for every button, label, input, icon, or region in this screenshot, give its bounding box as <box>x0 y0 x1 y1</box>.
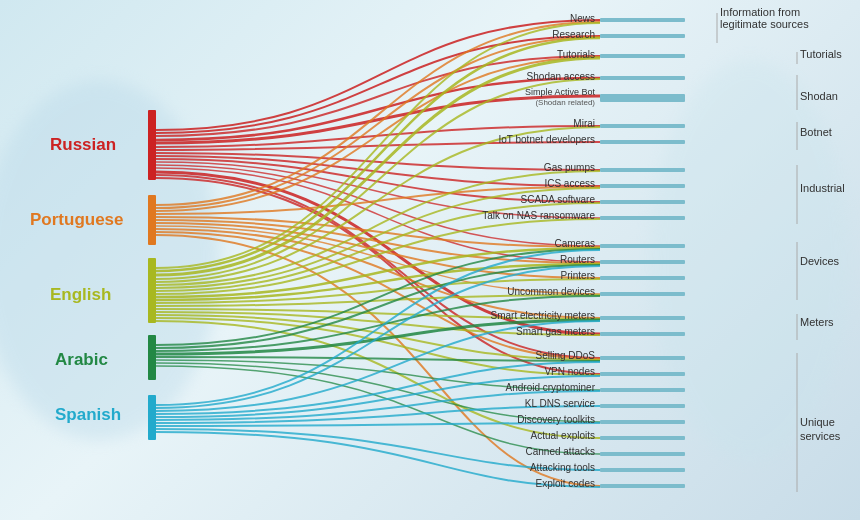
svg-text:Botnet: Botnet <box>800 126 832 138</box>
svg-text:Uncommon devices: Uncommon devices <box>507 286 595 297</box>
svg-rect-4 <box>600 54 685 58</box>
svg-text:News: News <box>570 13 595 24</box>
arabic-label: Arabic <box>55 350 108 369</box>
svg-text:ICS access: ICS access <box>544 178 595 189</box>
svg-rect-15 <box>600 276 685 280</box>
svg-text:Actual exploits: Actual exploits <box>531 430 595 441</box>
svg-rect-32 <box>148 395 156 440</box>
svg-text:Smart electricity meters: Smart electricity meters <box>491 310 595 321</box>
svg-text:Shodan: Shodan <box>800 90 838 102</box>
chart-container: Russian Portuguese English Arabic Spanis… <box>0 0 860 520</box>
english-label: English <box>50 285 111 304</box>
svg-text:Selling DDoS: Selling DDoS <box>536 350 596 361</box>
svg-text:IoT botnet developers: IoT botnet developers <box>498 134 595 145</box>
svg-point-0 <box>0 80 220 440</box>
svg-rect-25 <box>600 452 685 456</box>
svg-text:Tutorials: Tutorials <box>800 48 842 60</box>
svg-text:Research: Research <box>552 29 595 40</box>
svg-text:Industrial: Industrial <box>800 182 845 194</box>
svg-rect-16 <box>600 292 685 296</box>
svg-text:Smart gas meters: Smart gas meters <box>516 326 595 337</box>
svg-rect-6 <box>600 94 685 102</box>
svg-rect-12 <box>600 216 685 220</box>
svg-rect-10 <box>600 184 685 188</box>
svg-rect-5 <box>600 76 685 80</box>
svg-text:Gas pumps: Gas pumps <box>544 162 595 173</box>
svg-text:Shodan access: Shodan access <box>527 71 595 82</box>
svg-text:Devices: Devices <box>800 255 840 267</box>
svg-text:Simple Active Bot: Simple Active Bot <box>525 87 596 97</box>
svg-rect-3 <box>600 34 685 38</box>
svg-text:Unique: Unique <box>800 416 835 428</box>
svg-text:Cameras: Cameras <box>554 238 595 249</box>
svg-rect-2 <box>600 18 685 22</box>
svg-rect-24 <box>600 436 685 440</box>
svg-rect-18 <box>600 332 685 336</box>
svg-text:Talk on NAS ransomware: Talk on NAS ransomware <box>482 210 595 221</box>
portuguese-label: Portuguese <box>30 210 124 229</box>
russian-label: Russian <box>50 135 116 154</box>
svg-text:Meters: Meters <box>800 316 834 328</box>
svg-text:Tutorials: Tutorials <box>557 49 595 60</box>
svg-rect-28 <box>148 110 156 180</box>
svg-text:services: services <box>800 430 841 442</box>
svg-text:SCADA software: SCADA software <box>521 194 596 205</box>
svg-rect-17 <box>600 316 685 320</box>
svg-text:Canned attacks: Canned attacks <box>526 446 596 457</box>
svg-rect-23 <box>600 420 685 424</box>
svg-rect-30 <box>148 258 156 323</box>
svg-text:Exploit codes: Exploit codes <box>536 478 595 489</box>
svg-text:VPN nodes: VPN nodes <box>544 366 595 377</box>
svg-text:Printers: Printers <box>561 270 595 281</box>
svg-rect-9 <box>600 168 685 172</box>
svg-rect-13 <box>600 244 685 248</box>
svg-rect-14 <box>600 260 685 264</box>
svg-text:Discovery toolkits: Discovery toolkits <box>517 414 595 425</box>
svg-text:Attacking tools: Attacking tools <box>530 462 595 473</box>
svg-text:Routers: Routers <box>560 254 595 265</box>
svg-rect-20 <box>600 372 685 376</box>
svg-text:Mirai: Mirai <box>573 118 595 129</box>
svg-rect-11 <box>600 200 685 204</box>
svg-rect-29 <box>148 195 156 245</box>
svg-text:(Shodan related): (Shodan related) <box>535 98 595 107</box>
svg-text:KL DNS service: KL DNS service <box>525 398 596 409</box>
svg-text:legitimate sources: legitimate sources <box>720 18 809 30</box>
svg-rect-22 <box>600 404 685 408</box>
spanish-label: Spanish <box>55 405 121 424</box>
svg-rect-31 <box>148 335 156 380</box>
svg-text:Android cryptominer: Android cryptominer <box>506 382 596 393</box>
svg-rect-26 <box>600 468 685 472</box>
svg-text:Information from: Information from <box>720 6 800 18</box>
svg-rect-19 <box>600 356 685 360</box>
svg-rect-21 <box>600 388 685 392</box>
svg-rect-7 <box>600 124 685 128</box>
svg-rect-8 <box>600 140 685 144</box>
svg-rect-27 <box>600 484 685 488</box>
sankey-svg: Russian Portuguese English Arabic Spanis… <box>0 0 860 520</box>
